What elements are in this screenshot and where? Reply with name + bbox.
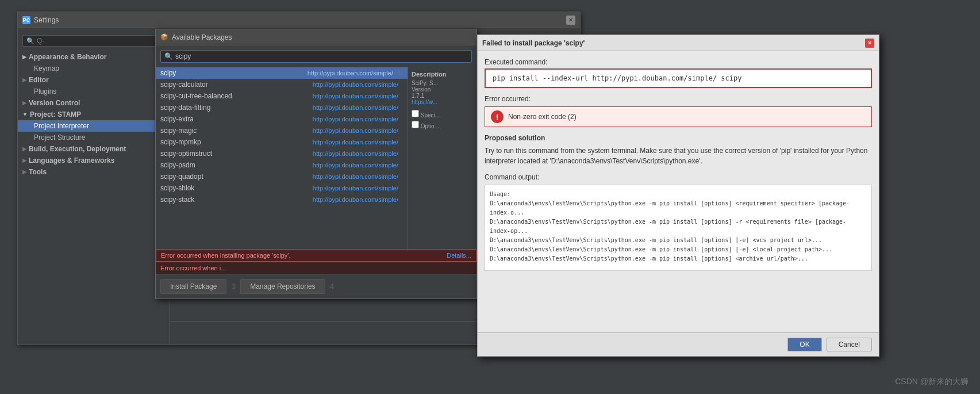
side-description: Description SciPy: S...Version1.7.1https…: [408, 67, 476, 249]
command-output-box: Usage: D:\anaconda3\envs\TestVenv\Script…: [485, 185, 872, 271]
pkg-result-scipy-psdm[interactable]: scipy-psdm http://pypi.douban.com/simple…: [156, 159, 408, 171]
sidebar-item-project-interpreter[interactable]: Project Interpreter ⚙: [18, 120, 170, 132]
package-search-box: 🔍: [160, 50, 472, 63]
available-packages-modal: 📦 Available Packages 🔍 2 scipy http://py…: [155, 29, 477, 299]
pkg-result-scipy-cut-tree[interactable]: scipy-cut-tree-balanced http://pypi.doub…: [156, 90, 408, 102]
command-output-label: Command output:: [485, 173, 872, 181]
error-bar: Error occurred when installing package '…: [156, 249, 476, 262]
sidebar-item-appearance[interactable]: ▶ Appearance & Behavior: [18, 51, 170, 63]
error-modal: Failed to install package 'scipy' ✕ Exec…: [477, 35, 879, 357]
sidebar-item-tools[interactable]: ▶ Tools: [18, 166, 170, 178]
specify-version-checkbox[interactable]: [412, 110, 419, 117]
refresh-icon: ↻: [398, 70, 403, 77]
settings-icon: PC: [22, 16, 30, 24]
arrow-icon: ▶: [22, 146, 26, 152]
error-icon: !: [491, 110, 504, 123]
pkg-result-scipy-shlok[interactable]: scipy-shlok http://pypi.douban.com/simpl…: [156, 182, 408, 194]
settings-sidebar: 🔍 ▶ Appearance & Behavior Keymap ▶ Edito…: [18, 28, 170, 345]
pkg-result-scipy-mpmkp[interactable]: scipy-mpmkp http://pypi.douban.com/simpl…: [156, 136, 408, 148]
arrow-icon: ▶: [22, 77, 26, 83]
pkg-search-icon: 🔍: [164, 52, 173, 60]
error-modal-close-button[interactable]: ✕: [865, 39, 874, 48]
description-header: Description: [412, 71, 473, 78]
sidebar-item-editor[interactable]: ▶ Editor: [18, 74, 170, 86]
pkg-install-error: Error occurred when i...: [156, 262, 476, 274]
specify-version-option: Speci...: [412, 110, 473, 118]
proposed-solution-label: Proposed solution: [485, 134, 872, 142]
settings-titlebar: PC Settings ✕: [18, 12, 580, 28]
sidebar-item-plugins[interactable]: Plugins: [18, 86, 170, 97]
manage-repositories-button[interactable]: Manage Repositories: [240, 279, 325, 294]
arrow-icon: ▶: [22, 100, 26, 106]
arrow-open-icon: ▼: [22, 112, 28, 117]
proposed-solution-text: Try to run this command from the system …: [485, 146, 872, 166]
sidebar-item-build-execution[interactable]: ▶ Build, Execution, Deployment: [18, 143, 170, 155]
package-search-input[interactable]: [175, 52, 468, 60]
error-bar-text: Error occurred when installing package '…: [161, 252, 291, 259]
executed-command-box: pip install --index-url http://pypi.doub…: [485, 68, 872, 88]
error-message-box: ! Non-zero exit code (2): [485, 106, 872, 127]
watermark: CSDN @新来的大狮: [895, 377, 969, 387]
pkg-result-scipy-magic[interactable]: scipy-magic http://pypi.douban.com/simpl…: [156, 125, 408, 136]
sidebar-item-version-control[interactable]: ▶ Version Control ⚙: [18, 97, 170, 109]
sidebar-item-project-structure[interactable]: Project Structure ⚙: [18, 132, 170, 143]
executed-command-label: Executed command:: [485, 58, 872, 66]
pkg-result-scipy-calculator[interactable]: scipy-calculator http://pypi.douban.com/…: [156, 79, 408, 90]
results-container: scipy http://pypi.douban.com/simple/ ↻ s…: [156, 67, 476, 249]
label-4: 4: [330, 279, 335, 294]
sidebar-search-input[interactable]: [37, 37, 161, 45]
error-message-text: Non-zero exit code (2): [508, 113, 577, 121]
results-list: scipy http://pypi.douban.com/simple/ ↻ s…: [156, 67, 408, 249]
settings-close-button[interactable]: ✕: [566, 16, 575, 25]
sidebar-search-icon: 🔍: [26, 37, 34, 45]
options-checkbox[interactable]: [412, 121, 419, 128]
sidebar-item-languages-frameworks[interactable]: ▶ Languages & Frameworks: [18, 155, 170, 166]
available-packages-footer: Install Package 3 Manage Repositories 4: [156, 274, 476, 299]
available-packages-titlebar: 📦 Available Packages: [156, 29, 476, 45]
error-modal-titlebar: Failed to install package 'scipy' ✕: [478, 35, 879, 51]
arrow-icon: ▶: [22, 54, 26, 60]
settings-title: Settings: [34, 16, 59, 24]
error-modal-body: Executed command: pip install --index-ur…: [478, 51, 879, 332]
arrow-icon: ▶: [22, 169, 26, 175]
pkg-result-scipy-quadopt[interactable]: scipy-quadopt http://pypi.douban.com/sim…: [156, 171, 408, 182]
install-package-button[interactable]: Install Package: [160, 279, 226, 294]
error-occurred-label: Error occurred:: [485, 95, 872, 103]
sidebar-item-project-stamp[interactable]: ▼ Project: STAMP ⚙: [18, 109, 170, 120]
error-ok-button[interactable]: OK: [787, 338, 821, 351]
sidebar-search-container: 🔍: [22, 35, 165, 47]
pkg-result-scipy-data-fitting[interactable]: scipy-data-fitting http://pypi.douban.co…: [156, 102, 408, 113]
package-search-row: 🔍 2: [156, 45, 476, 67]
error-cancel-button[interactable]: Cancel: [827, 338, 872, 351]
pkg-result-scipy-stack[interactable]: scipy-stack http://pypi.douban.com/simpl…: [156, 194, 408, 205]
available-packages-title: Available Packages: [172, 33, 232, 41]
arrow-icon: ▶: [22, 158, 26, 163]
error-modal-footer: OK Cancel: [478, 332, 879, 356]
details-link[interactable]: Details...: [447, 252, 471, 259]
pkg-result-scipy-extra[interactable]: scipy-extra http://pypi.douban.com/simpl…: [156, 113, 408, 125]
available-packages-body: 🔍 2 scipy http://pypi.douban.com/simple/…: [156, 45, 476, 299]
pkg-result-scipy-optimstruct[interactable]: scipy-optimstruct http://pypi.douban.com…: [156, 148, 408, 159]
sidebar-item-keymap[interactable]: Keymap: [18, 63, 170, 74]
description-text: SciPy: S...Version1.7.1https://w...: [412, 80, 473, 105]
label-3: 3: [231, 279, 236, 294]
options-checkbox-row: Optio...: [412, 121, 473, 129]
error-modal-title: Failed to install package 'scipy': [482, 39, 585, 47]
pkg-result-scipy[interactable]: scipy http://pypi.douban.com/simple/ ↻: [156, 67, 408, 79]
